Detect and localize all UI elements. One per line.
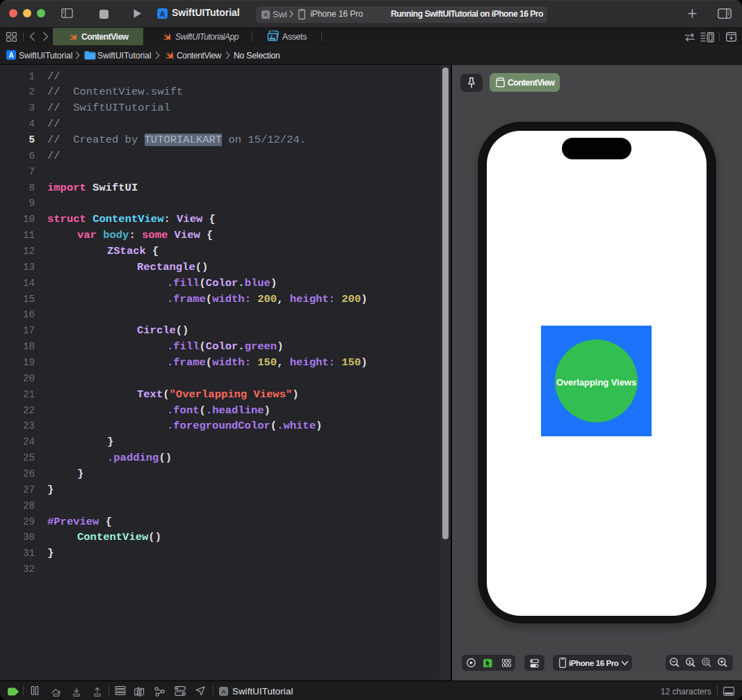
svg-text:1: 1 xyxy=(688,659,692,665)
svg-text:A: A xyxy=(264,11,268,18)
svg-text:A: A xyxy=(221,688,226,695)
svg-text:A: A xyxy=(8,51,13,59)
svg-text:A: A xyxy=(160,10,166,18)
